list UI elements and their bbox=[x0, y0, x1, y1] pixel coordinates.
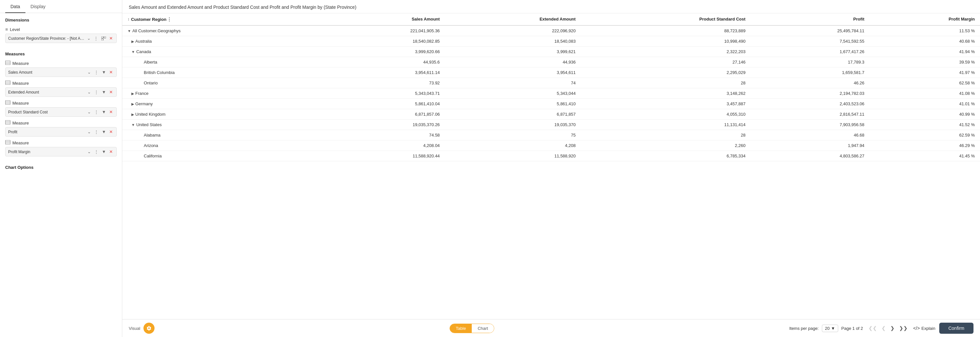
customer-region-field: Customer Region/State Province: - [Not A… bbox=[5, 33, 117, 43]
margin-cell: 41.94 % bbox=[869, 46, 980, 57]
profit-move-btn[interactable]: ▼ bbox=[101, 129, 107, 135]
profit-cell: 1,659,581.7 bbox=[751, 67, 870, 78]
region-name: Alabama bbox=[144, 133, 161, 138]
profit-more-btn[interactable]: ⋮ bbox=[93, 129, 99, 135]
table-row: Arizona4,208.044,2082,2601,947.9446.29 % bbox=[122, 140, 980, 151]
page-next-btn[interactable]: ❯ bbox=[889, 324, 896, 332]
product-chevron-btn[interactable]: ⌄ bbox=[86, 109, 92, 115]
chevron-down-btn[interactable]: ⌄ bbox=[86, 35, 92, 41]
margin-move-btn[interactable]: ▼ bbox=[101, 149, 107, 154]
margin-chevron-btn[interactable]: ⌄ bbox=[86, 149, 92, 154]
dimensions-title: Dimensions bbox=[5, 17, 117, 22]
profit-chevron-btn[interactable]: ⌄ bbox=[86, 129, 92, 135]
extended-cell: 74 bbox=[445, 78, 581, 88]
profit-field: Profit ⌄ ⋮ ▼ ✕ bbox=[5, 127, 117, 137]
svg-rect-0 bbox=[102, 37, 103, 38]
level-icon: ≡ bbox=[5, 27, 8, 32]
footer-left: Visual bbox=[129, 323, 154, 334]
table-body: ▼All Customer.Geographys221,041,905.3622… bbox=[122, 25, 980, 161]
profit-cell: 7,541,592.55 bbox=[751, 36, 870, 46]
sales-cell: 221,041,905.36 bbox=[309, 25, 445, 36]
expand-view-btn[interactable] bbox=[100, 36, 107, 41]
region-name: Germany bbox=[135, 101, 153, 106]
sort-icon-region[interactable]: ↕ bbox=[127, 17, 129, 22]
collapse-icon[interactable]: ▼ bbox=[131, 50, 135, 54]
extended-move-btn[interactable]: ▼ bbox=[101, 89, 107, 95]
measure-row-4: Measure bbox=[5, 138, 117, 147]
svg-rect-12 bbox=[6, 121, 10, 124]
explain-btn[interactable]: </> Explain bbox=[913, 326, 935, 331]
page-next-next-btn[interactable]: ❯❯ bbox=[897, 324, 909, 332]
extended-amount-label: Extended Amount bbox=[8, 90, 85, 94]
profit-remove-btn[interactable]: ✕ bbox=[108, 129, 114, 135]
expand-icon[interactable]: ▶ bbox=[131, 92, 134, 95]
measure-label-1: Measure bbox=[13, 81, 29, 86]
table-header-row: ↕ Customer Region Sales Amount Extended … bbox=[122, 13, 980, 25]
measure-icon-2 bbox=[5, 100, 10, 106]
remove-field-btn[interactable]: ✕ bbox=[108, 35, 114, 41]
product_cost-cell: 27,146 bbox=[581, 57, 751, 67]
extended-chevron-btn[interactable]: ⌄ bbox=[86, 89, 92, 95]
expand-icon[interactable]: ▶ bbox=[131, 40, 134, 43]
margin-remove-btn[interactable]: ✕ bbox=[108, 149, 114, 154]
region-name: Ontario bbox=[144, 81, 158, 85]
items-per-page-select[interactable]: 20 ▼ bbox=[822, 324, 838, 332]
region-name: Alberta bbox=[144, 60, 157, 65]
footer-center: Table Chart bbox=[450, 324, 494, 333]
col-header-extended: Extended Amount bbox=[445, 13, 581, 25]
tab-data[interactable]: Data bbox=[5, 0, 25, 13]
collapse-icon[interactable]: ▼ bbox=[127, 29, 131, 33]
table-row: Ontario73.92742846.2662.58 % bbox=[122, 78, 980, 88]
region-name: Australia bbox=[135, 39, 152, 44]
profit-cell: 7,903,956.58 bbox=[751, 119, 870, 130]
margin-cell: 40.68 % bbox=[869, 36, 980, 46]
chart-title: Sales Amount and Extended Amount and Pro… bbox=[122, 0, 980, 13]
product-move-btn[interactable]: ▼ bbox=[101, 109, 107, 115]
product_cost-cell: 2,260 bbox=[581, 140, 751, 151]
customer-region-label: Customer Region/State Province: - [Not A… bbox=[8, 36, 85, 41]
extended-cell: 6,871,857 bbox=[445, 109, 581, 119]
more-options-btn[interactable]: ⋮ bbox=[93, 35, 99, 41]
extended-cell: 4,208 bbox=[445, 140, 581, 151]
region-cell: Alberta bbox=[122, 57, 309, 67]
expand-icon[interactable]: ▶ bbox=[131, 113, 134, 116]
page-prev-btn[interactable]: ❮ bbox=[880, 324, 888, 332]
table-btn[interactable]: Table bbox=[450, 324, 472, 333]
sales-chevron-btn[interactable]: ⌄ bbox=[86, 70, 92, 75]
sales-cell: 3,999,620.66 bbox=[309, 46, 445, 57]
more-options-region-icon[interactable] bbox=[169, 17, 170, 22]
page-prev-prev-btn[interactable]: ❮❮ bbox=[867, 324, 878, 332]
region-cell: ▶United Kingdom bbox=[122, 109, 309, 119]
profit-cell: 1,947.94 bbox=[751, 140, 870, 151]
sales-cell: 19,035,370.26 bbox=[309, 119, 445, 130]
col-header-product-cost: Product Standard Cost bbox=[581, 13, 751, 25]
product-more-btn[interactable]: ⋮ bbox=[93, 109, 99, 115]
gear-settings-btn[interactable] bbox=[143, 323, 154, 334]
sales-remove-btn[interactable]: ✕ bbox=[108, 70, 114, 75]
extended-more-btn[interactable]: ⋮ bbox=[93, 89, 99, 95]
chart-btn[interactable]: Chart bbox=[472, 324, 494, 333]
confirm-btn[interactable]: Confirm bbox=[939, 323, 974, 334]
margin-more-btn[interactable]: ⋮ bbox=[93, 149, 99, 154]
col-header-region[interactable]: ↕ Customer Region bbox=[122, 13, 309, 25]
expand-icon[interactable]: ▶ bbox=[131, 102, 134, 106]
product_cost-cell: 6,785,334 bbox=[581, 151, 751, 161]
sales-move-btn[interactable]: ▼ bbox=[101, 70, 107, 75]
extended-cell: 11,588,920 bbox=[445, 151, 581, 161]
sales-more-btn[interactable]: ⋮ bbox=[93, 70, 99, 75]
extended-cell: 5,343,044 bbox=[445, 88, 581, 99]
items-per-page-chevron: ▼ bbox=[831, 326, 835, 331]
data-table-container[interactable]: ↕ Customer Region Sales Amount Extended … bbox=[122, 13, 980, 319]
measure-label-3: Measure bbox=[13, 121, 29, 126]
collapse-icon[interactable]: ▼ bbox=[131, 123, 135, 127]
extended-remove-btn[interactable]: ✕ bbox=[108, 89, 114, 95]
region-cell: ▼All Customer.Geographys bbox=[122, 25, 309, 36]
region-cell: ▶Australia bbox=[122, 36, 309, 46]
extended-cell: 44,936 bbox=[445, 57, 581, 67]
extended-cell: 3,999,621 bbox=[445, 46, 581, 57]
sales-cell: 44,935.6 bbox=[309, 57, 445, 67]
product-remove-btn[interactable]: ✕ bbox=[108, 109, 114, 115]
measure-label-0: Measure bbox=[13, 61, 29, 66]
chart-options-title: Chart Options bbox=[0, 161, 122, 170]
tab-display[interactable]: Display bbox=[25, 0, 51, 13]
